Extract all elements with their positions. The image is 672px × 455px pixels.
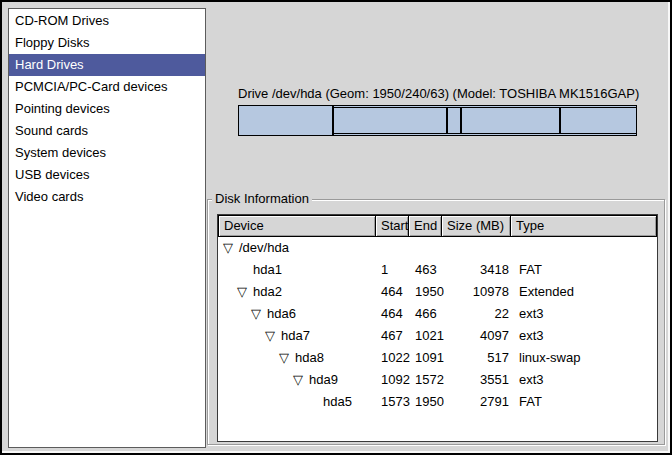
table-row-hda1[interactable]: hda114633418FAT xyxy=(218,259,657,281)
type-cell: FAT xyxy=(514,391,657,413)
table-row-hda2[interactable]: ▽hda2464195010978Extended xyxy=(218,281,657,303)
start-cell: 467 xyxy=(376,325,410,347)
start-cell: 464 xyxy=(376,303,410,325)
end-cell: 1950 xyxy=(410,281,444,303)
table-row-hda9[interactable]: ▽hda9109215723551ext3 xyxy=(218,369,657,391)
expander-open-icon[interactable]: ▽ xyxy=(223,237,239,259)
sidebar-item-floppy-disks[interactable]: Floppy Disks xyxy=(9,32,205,54)
device-cell: ▽hda2 xyxy=(218,281,376,303)
expander-open-icon[interactable]: ▽ xyxy=(279,347,295,369)
device-name: hda2 xyxy=(253,284,282,299)
start-cell: 1092 xyxy=(376,369,410,391)
table-row-dev-hda[interactable]: ▽/dev/hda xyxy=(218,237,657,259)
sidebar-item-pointing-devices[interactable]: Pointing devices xyxy=(9,98,205,120)
end-cell xyxy=(410,237,444,259)
bar-segment-hda7 xyxy=(333,107,447,134)
bar-segment-hda1 xyxy=(238,105,333,136)
end-cell: 463 xyxy=(410,259,444,281)
type-cell xyxy=(514,237,657,259)
disk-information-frame: Disk Information DeviceStartEndSize (MB)… xyxy=(207,199,665,445)
device-name: hda5 xyxy=(323,394,352,409)
sidebar-item-usb-devices[interactable]: USB devices xyxy=(9,164,205,186)
type-cell: FAT xyxy=(514,259,657,281)
device-name: hda9 xyxy=(309,372,338,387)
expander-open-icon[interactable]: ▽ xyxy=(237,281,253,303)
sidebar-item-system-devices[interactable]: System devices xyxy=(9,142,205,164)
column-header-end[interactable]: End xyxy=(408,215,442,237)
device-name: hda1 xyxy=(253,262,282,277)
table-row-hda6[interactable]: ▽hda646446622ext3 xyxy=(218,303,657,325)
sidebar-item-hard-drives[interactable]: Hard Drives xyxy=(9,54,205,76)
table-header-row: DeviceStartEndSize (MB)Type xyxy=(218,215,657,237)
start-cell: 464 xyxy=(376,281,410,303)
size-cell xyxy=(444,237,514,259)
device-name: hda8 xyxy=(295,350,324,365)
device-cell: hda5 xyxy=(218,391,376,413)
start-cell xyxy=(376,237,410,259)
size-cell: 4097 xyxy=(444,325,514,347)
type-cell: Extended xyxy=(514,281,657,303)
device-cell: ▽hda6 xyxy=(218,303,376,325)
end-cell: 1091 xyxy=(410,347,444,369)
type-cell: linux-swap xyxy=(514,347,657,369)
disk-information-table: DeviceStartEndSize (MB)Type ▽/dev/hdahda… xyxy=(217,214,658,442)
table-row-hda5[interactable]: hda5157319502791FAT xyxy=(218,391,657,413)
device-name: hda6 xyxy=(267,306,296,321)
start-cell: 1573 xyxy=(376,391,410,413)
end-cell: 1572 xyxy=(410,369,444,391)
table-row-hda7[interactable]: ▽hda746710214097ext3 xyxy=(218,325,657,347)
end-cell: 1021 xyxy=(410,325,444,347)
sidebar-item-cd-rom-drives[interactable]: CD-ROM Drives xyxy=(9,10,205,32)
type-cell: ext3 xyxy=(514,325,657,347)
size-cell: 10978 xyxy=(444,281,514,303)
disk-information-frame-label: Disk Information xyxy=(212,191,312,207)
bar-segment-hda5 xyxy=(560,107,637,134)
device-cell: ▽hda9 xyxy=(218,369,376,391)
sidebar-item-pcmcia-pc-card-devices[interactable]: PCMCIA/PC-Card devices xyxy=(9,76,205,98)
device-cell: hda1 xyxy=(218,259,376,281)
bar-segment-hda8 xyxy=(447,107,461,134)
size-cell: 3551 xyxy=(444,369,514,391)
device-cell: ▽/dev/hda xyxy=(218,237,376,259)
column-header-size-mb[interactable]: Size (MB) xyxy=(441,215,511,237)
table-body: ▽/dev/hdahda114633418FAT▽hda246419501097… xyxy=(218,237,657,413)
expander-open-icon[interactable]: ▽ xyxy=(251,303,267,325)
type-cell: ext3 xyxy=(514,303,657,325)
end-cell: 466 xyxy=(410,303,444,325)
column-header-device[interactable]: Device xyxy=(218,215,376,237)
device-name: hda7 xyxy=(281,328,310,343)
column-header-type[interactable]: Type xyxy=(510,215,657,237)
expander-open-icon[interactable]: ▽ xyxy=(293,369,309,391)
drive-info-label: Drive /dev/hda (Geom: 1950/240/63) (Mode… xyxy=(238,86,639,101)
bar-segment-hda9 xyxy=(461,107,559,134)
device-cell: ▽hda7 xyxy=(218,325,376,347)
size-cell: 2791 xyxy=(444,391,514,413)
sidebar-item-video-cards[interactable]: Video cards xyxy=(9,186,205,208)
partition-bar xyxy=(238,105,637,136)
type-cell: ext3 xyxy=(514,369,657,391)
device-cell: ▽hda8 xyxy=(218,347,376,369)
table-row-hda8[interactable]: ▽hda810221091517linux-swap xyxy=(218,347,657,369)
start-cell: 1 xyxy=(376,259,410,281)
device-category-list: CD-ROM DrivesFloppy DisksHard DrivesPCMC… xyxy=(8,8,206,448)
device-name: /dev/hda xyxy=(239,240,289,255)
end-cell: 1950 xyxy=(410,391,444,413)
sidebar-item-sound-cards[interactable]: Sound cards xyxy=(9,120,205,142)
size-cell: 22 xyxy=(444,303,514,325)
size-cell: 3418 xyxy=(444,259,514,281)
start-cell: 1022 xyxy=(376,347,410,369)
size-cell: 517 xyxy=(444,347,514,369)
expander-open-icon[interactable]: ▽ xyxy=(265,325,281,347)
column-header-start[interactable]: Start xyxy=(375,215,409,237)
